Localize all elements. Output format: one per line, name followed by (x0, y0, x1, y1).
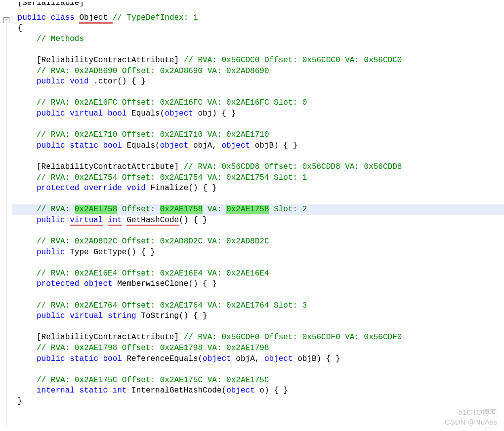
blank (12, 364, 504, 375)
close-brace: } (12, 396, 504, 407)
methods-section: // Methods (12, 34, 504, 45)
method-gettype: public Type GetType() { } (12, 247, 504, 258)
method-internalgethashcode: internal static int InternalGetHashCode(… (12, 386, 504, 396)
blank (12, 119, 504, 130)
rva-comment: // RVA: 0x2AE1754 Offset: 0x2AE1754 VA: … (12, 173, 504, 184)
method-tostring: public virtual string ToString() { } (12, 311, 504, 322)
watermark-51cto: 51CTO博客 (459, 407, 497, 417)
rva-value-highlight: 0x2AE1758 (75, 205, 117, 214)
attr-line-cutoff: [Serializable] (12, 2, 504, 13)
rva-comment: // RVA: 0x2AE16E4 Offset: 0x2AE16E4 VA: … (12, 269, 504, 279)
va-value-highlight: 0x2AE1758 (226, 205, 269, 214)
attr-line: [ReliabilityContractAttribute] // RVA: 0… (12, 55, 504, 66)
method-referenceequals: public static bool ReferenceEquals(objec… (12, 354, 504, 365)
blank (12, 290, 504, 301)
blank (12, 151, 504, 162)
rva-comment: // RVA: 0x2AD8690 Offset: 0x2AD8690 VA: … (12, 66, 504, 77)
rva-comment: // RVA: 0x2AD8D2C Offset: 0x2AD8D2C VA: … (12, 236, 504, 247)
class-name: Object (79, 13, 108, 24)
rva-comment: // RVA: 0x2AE1710 Offset: 0x2AE1710 VA: … (12, 130, 504, 141)
method-gethashcode: public virtual int GetHashCode() { } (12, 215, 504, 226)
blank (12, 194, 504, 205)
class-declaration: public class Object // TypeDefIndex: 1 (12, 13, 504, 24)
code-area: [Serializable] public class Object // Ty… (0, 0, 504, 407)
blank (12, 322, 504, 333)
attr-line: [ReliabilityContractAttribute] // RVA: 0… (12, 162, 504, 173)
blank (12, 44, 504, 55)
offset-value-highlight: 0x2AE1758 (160, 205, 203, 214)
rva-comment: // RVA: 0x2AE1764 Offset: 0x2AE1764 VA: … (12, 301, 504, 312)
method-equals-instance: public virtual bool Equals(object obj) {… (12, 109, 504, 119)
blank (12, 258, 504, 269)
blank (12, 87, 504, 98)
method-equals-static: public static bool Equals(object objA, o… (12, 141, 504, 152)
attr-line: [ReliabilityContractAttribute] // RVA: 0… (12, 332, 504, 343)
rva-comment: // RVA: 0x2AE1798 Offset: 0x2AE1798 VA: … (12, 343, 504, 354)
rva-comment-highlighted: // RVA: 0x2AE1758 Offset: 0x2AE1758 VA: … (12, 204, 504, 215)
blank (12, 226, 504, 236)
open-brace: { (12, 23, 504, 34)
gethashcode-name: GetHashCode (126, 216, 179, 226)
rva-comment: // RVA: 0x2AE175C Offset: 0x2AE175C VA: … (12, 375, 504, 386)
method-finalize: protected override void Finalize() { } (12, 183, 504, 194)
rva-comment: // RVA: 0x2AE16FC Offset: 0x2AE16FC VA: … (12, 98, 504, 109)
watermark-csdn: CSDN @NoAss (445, 417, 497, 427)
method-memberwiseclone: protected object MemberwiseClone() { } (12, 279, 504, 290)
method-ctor: public void .ctor() { } (12, 77, 504, 87)
